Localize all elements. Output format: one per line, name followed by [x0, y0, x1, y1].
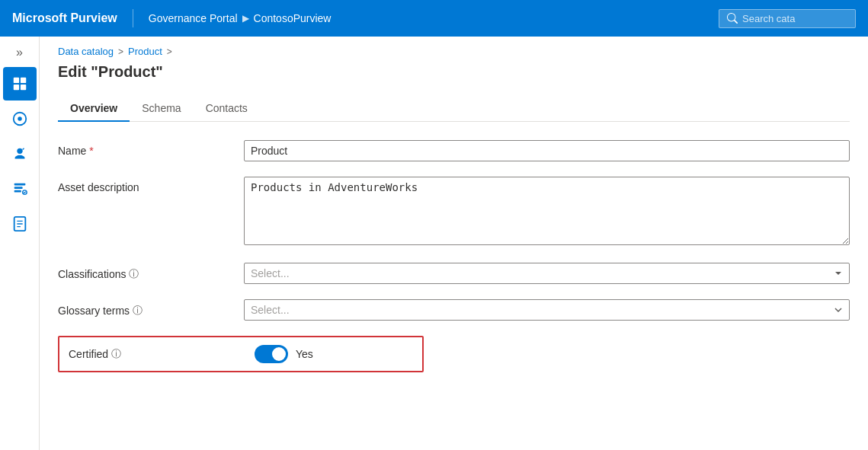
page-title: Edit "Product" [58, 63, 850, 81]
topbar-nav: Governance Portal ▶ ContosoPurview [149, 12, 332, 24]
certified-toggle[interactable] [255, 345, 288, 363]
svg-point-6 [17, 148, 22, 154]
nav-instance: ContosoPurview [254, 12, 332, 24]
classifications-select-wrapper: Select... [244, 263, 850, 284]
breadcrumb-product[interactable]: Product [128, 46, 162, 57]
svg-rect-2 [13, 85, 18, 90]
topbar: Microsoft Purview Governance Portal ▶ Co… [0, 0, 868, 37]
certified-row: Certified ⓘ Yes [58, 336, 424, 372]
certified-info-icon[interactable]: ⓘ [111, 347, 121, 361]
svg-rect-8 [14, 187, 22, 189]
svg-rect-7 [14, 184, 25, 186]
svg-point-5 [18, 116, 22, 121]
description-textarea[interactable]: Products in AdventureWorks [244, 177, 850, 245]
chevron-down-icon-glossary [834, 305, 843, 314]
description-field-wrapper: Products in AdventureWorks [244, 177, 850, 247]
glossary-label: Glossary terms ⓘ [58, 299, 226, 318]
tab-contacts[interactable]: Contacts [194, 96, 260, 122]
tab-schema[interactable]: Schema [130, 96, 193, 122]
breadcrumb: Data catalog > Product > [58, 37, 850, 63]
sidebar-icon-policy[interactable] [3, 207, 37, 241]
svg-rect-0 [13, 78, 18, 83]
nav-portal: Governance Portal [149, 12, 238, 24]
glossary-info-icon[interactable]: ⓘ [133, 304, 143, 318]
tab-overview[interactable]: Overview [58, 96, 130, 122]
sidebar-icon-home[interactable] [3, 67, 37, 101]
classifications-select[interactable]: Select... [244, 263, 850, 284]
search-input[interactable] [742, 13, 834, 24]
topbar-divider [133, 9, 133, 27]
breadcrumb-sep2: > [167, 46, 172, 57]
content-area: Data catalog > Product > Edit "Product" … [40, 37, 868, 450]
toggle-slider [255, 345, 288, 363]
main-layout: » Data catalog > Product > Edit "Product… [0, 37, 868, 450]
certified-control: Yes [255, 345, 313, 363]
sidebar: » [0, 37, 40, 450]
tabs-bar: Overview Schema Contacts [58, 96, 850, 122]
search-icon [727, 13, 738, 24]
glossary-row: Glossary terms ⓘ Select... [58, 299, 850, 321]
sidebar-icon-insights[interactable] [3, 137, 37, 171]
brand-title: Microsoft Purview [12, 11, 117, 25]
description-row: Asset description Products in AdventureW… [58, 177, 850, 247]
classifications-row: Classifications ⓘ Select... [58, 263, 850, 284]
glossary-select-wrapper: Select... [244, 299, 850, 321]
sidebar-icon-catalog[interactable] [3, 102, 37, 136]
certified-yes-label: Yes [296, 348, 313, 360]
svg-rect-9 [14, 190, 21, 193]
certified-label: Certified ⓘ [69, 347, 236, 361]
glossary-select[interactable]: Select... [244, 299, 850, 321]
description-label: Asset description [58, 177, 226, 193]
classifications-label: Classifications ⓘ [58, 263, 226, 281]
nav-chevron: ▶ [242, 13, 249, 24]
name-row: Name * [58, 140, 850, 161]
classifications-info-icon[interactable]: ⓘ [129, 267, 139, 281]
svg-rect-3 [20, 85, 25, 90]
sidebar-toggle[interactable]: » [0, 40, 39, 65]
svg-rect-1 [20, 78, 25, 83]
name-required-star: * [89, 145, 93, 157]
chevron-down-icon [834, 269, 843, 278]
topbar-search-box[interactable] [719, 9, 856, 28]
breadcrumb-sep1: > [118, 46, 123, 57]
breadcrumb-data-catalog[interactable]: Data catalog [58, 46, 114, 57]
sidebar-icon-governance[interactable] [3, 172, 37, 206]
name-input[interactable] [244, 140, 850, 161]
name-field-wrapper [244, 140, 850, 161]
name-label: Name * [58, 140, 226, 157]
